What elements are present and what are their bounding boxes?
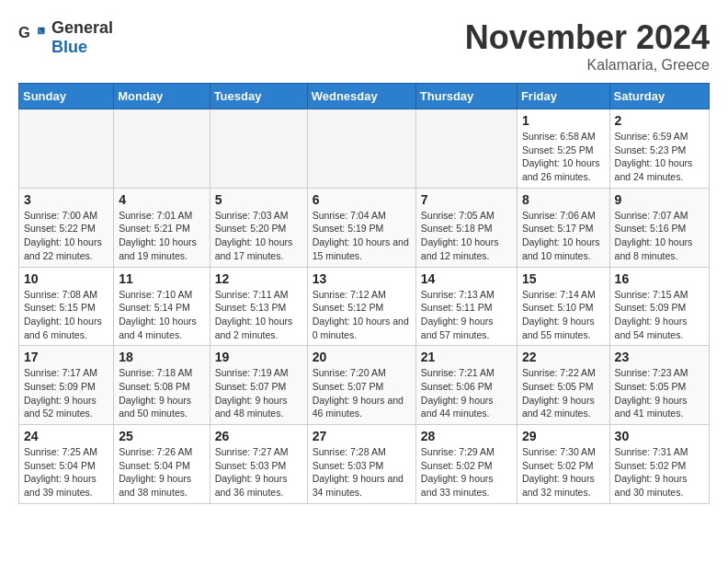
day-info: Sunrise: 7:25 AM Sunset: 5:04 PM Dayligh…	[24, 445, 108, 500]
calendar-week-1: 1 Sunrise: 6:58 AM Sunset: 5:25 PM Dayli…	[19, 109, 710, 189]
calendar-cell: 12 Sunrise: 7:11 AM Sunset: 5:13 PM Dayl…	[210, 267, 307, 346]
calendar-cell: 21 Sunrise: 7:21 AM Sunset: 5:06 PM Dayl…	[415, 346, 517, 425]
day-number: 4	[119, 192, 204, 207]
month-title: November 2024	[465, 18, 710, 57]
day-info: Sunrise: 7:14 AM Sunset: 5:10 PM Dayligh…	[522, 288, 605, 342]
calendar-cell: 8 Sunrise: 7:06 AM Sunset: 5:17 PM Dayli…	[517, 188, 609, 267]
day-number: 5	[215, 192, 302, 207]
calendar-cell: 9 Sunrise: 7:07 AM Sunset: 5:16 PM Dayli…	[609, 188, 709, 267]
calendar-cell: 24 Sunrise: 7:25 AM Sunset: 5:04 PM Dayl…	[19, 425, 114, 504]
day-number: 27	[313, 429, 411, 443]
calendar-cell: 18 Sunrise: 7:18 AM Sunset: 5:08 PM Dayl…	[114, 346, 210, 425]
day-number: 30	[615, 429, 704, 443]
day-info: Sunrise: 6:58 AM Sunset: 5:25 PM Dayligh…	[522, 130, 605, 184]
calendar-cell: 30 Sunrise: 7:31 AM Sunset: 5:02 PM Dayl…	[609, 425, 709, 504]
day-info: Sunrise: 7:01 AM Sunset: 5:21 PM Dayligh…	[119, 209, 204, 263]
calendar-cell	[114, 109, 210, 189]
calendar-cell: 6 Sunrise: 7:04 AM Sunset: 5:19 PM Dayli…	[307, 188, 415, 267]
day-number: 28	[421, 429, 512, 443]
calendar-cell: 7 Sunrise: 7:05 AM Sunset: 5:18 PM Dayli…	[415, 188, 517, 267]
calendar-cell	[210, 109, 307, 189]
day-info: Sunrise: 7:17 AM Sunset: 5:09 PM Dayligh…	[24, 366, 108, 420]
weekday-header-tuesday: Tuesday	[210, 84, 307, 109]
weekday-header-friday: Friday	[517, 84, 609, 109]
calendar-cell: 5 Sunrise: 7:03 AM Sunset: 5:20 PM Dayli…	[210, 188, 307, 267]
day-number: 14	[421, 271, 512, 286]
day-info: Sunrise: 7:07 AM Sunset: 5:16 PM Dayligh…	[615, 209, 704, 263]
calendar-cell: 15 Sunrise: 7:14 AM Sunset: 5:10 PM Dayl…	[517, 267, 609, 346]
day-info: Sunrise: 7:23 AM Sunset: 5:05 PM Dayligh…	[615, 366, 704, 420]
day-info: Sunrise: 7:19 AM Sunset: 5:07 PM Dayligh…	[215, 366, 302, 420]
day-number: 20	[313, 350, 411, 364]
day-number: 12	[215, 271, 302, 286]
calendar-cell: 25 Sunrise: 7:26 AM Sunset: 5:04 PM Dayl…	[114, 425, 210, 504]
calendar-cell	[307, 109, 415, 189]
day-info: Sunrise: 7:31 AM Sunset: 5:02 PM Dayligh…	[615, 445, 704, 500]
day-number: 23	[615, 350, 704, 364]
day-info: Sunrise: 7:30 AM Sunset: 5:02 PM Dayligh…	[522, 445, 605, 500]
day-info: Sunrise: 7:08 AM Sunset: 5:15 PM Dayligh…	[24, 288, 108, 342]
day-info: Sunrise: 7:15 AM Sunset: 5:09 PM Dayligh…	[615, 288, 704, 342]
calendar-cell: 4 Sunrise: 7:01 AM Sunset: 5:21 PM Dayli…	[114, 188, 210, 267]
day-number: 26	[215, 429, 302, 443]
calendar-cell: 20 Sunrise: 7:20 AM Sunset: 5:07 PM Dayl…	[307, 346, 415, 425]
calendar-cell: 19 Sunrise: 7:19 AM Sunset: 5:07 PM Dayl…	[210, 346, 307, 425]
day-number: 7	[421, 192, 512, 207]
day-number: 2	[615, 113, 704, 128]
day-info: Sunrise: 7:27 AM Sunset: 5:03 PM Dayligh…	[215, 445, 302, 500]
weekday-header-thursday: Thursday	[415, 84, 517, 109]
calendar-cell: 26 Sunrise: 7:27 AM Sunset: 5:03 PM Dayl…	[210, 425, 307, 504]
day-number: 18	[119, 350, 204, 364]
day-number: 15	[522, 271, 605, 286]
logo-icon: G	[18, 24, 46, 52]
day-number: 10	[24, 271, 108, 286]
day-info: Sunrise: 7:26 AM Sunset: 5:04 PM Dayligh…	[119, 445, 204, 500]
page-header: G General Blue November 2024 Kalamaria, …	[18, 18, 710, 74]
calendar-week-2: 3 Sunrise: 7:00 AM Sunset: 5:22 PM Dayli…	[19, 188, 710, 267]
day-number: 3	[24, 192, 108, 207]
calendar-cell: 29 Sunrise: 7:30 AM Sunset: 5:02 PM Dayl…	[517, 425, 609, 504]
calendar-cell	[19, 109, 114, 189]
calendar-cell: 28 Sunrise: 7:29 AM Sunset: 5:02 PM Dayl…	[415, 425, 517, 504]
day-number: 17	[24, 350, 108, 364]
calendar-cell: 11 Sunrise: 7:10 AM Sunset: 5:14 PM Dayl…	[114, 267, 210, 346]
calendar-cell: 14 Sunrise: 7:13 AM Sunset: 5:11 PM Dayl…	[415, 267, 517, 346]
calendar-cell: 1 Sunrise: 6:58 AM Sunset: 5:25 PM Dayli…	[517, 109, 609, 189]
day-info: Sunrise: 7:03 AM Sunset: 5:20 PM Dayligh…	[215, 209, 302, 263]
day-info: Sunrise: 7:29 AM Sunset: 5:02 PM Dayligh…	[421, 445, 512, 500]
day-info: Sunrise: 7:22 AM Sunset: 5:05 PM Dayligh…	[522, 366, 605, 420]
day-number: 22	[522, 350, 605, 364]
day-info: Sunrise: 7:05 AM Sunset: 5:18 PM Dayligh…	[421, 209, 512, 263]
title-section: November 2024 Kalamaria, Greece	[465, 18, 710, 74]
location-subtitle: Kalamaria, Greece	[465, 57, 710, 74]
day-number: 19	[215, 350, 302, 364]
day-number: 25	[119, 429, 204, 443]
day-info: Sunrise: 7:04 AM Sunset: 5:19 PM Dayligh…	[313, 209, 411, 263]
calendar-table: SundayMondayTuesdayWednesdayThursdayFrid…	[18, 83, 710, 504]
calendar-cell: 16 Sunrise: 7:15 AM Sunset: 5:09 PM Dayl…	[609, 267, 709, 346]
day-number: 21	[421, 350, 512, 364]
day-info: Sunrise: 7:21 AM Sunset: 5:06 PM Dayligh…	[421, 366, 512, 420]
calendar-week-4: 17 Sunrise: 7:17 AM Sunset: 5:09 PM Dayl…	[19, 346, 710, 425]
day-number: 29	[522, 429, 605, 443]
calendar-cell: 2 Sunrise: 6:59 AM Sunset: 5:23 PM Dayli…	[609, 109, 709, 189]
calendar-cell	[415, 109, 517, 189]
calendar-cell: 27 Sunrise: 7:28 AM Sunset: 5:03 PM Dayl…	[307, 425, 415, 504]
calendar-cell: 10 Sunrise: 7:08 AM Sunset: 5:15 PM Dayl…	[19, 267, 114, 346]
calendar-week-3: 10 Sunrise: 7:08 AM Sunset: 5:15 PM Dayl…	[19, 267, 710, 346]
day-info: Sunrise: 7:06 AM Sunset: 5:17 PM Dayligh…	[522, 209, 605, 263]
weekday-header-sunday: Sunday	[19, 84, 114, 109]
svg-text:G: G	[18, 24, 30, 40]
calendar-cell: 17 Sunrise: 7:17 AM Sunset: 5:09 PM Dayl…	[19, 346, 114, 425]
day-info: Sunrise: 7:11 AM Sunset: 5:13 PM Dayligh…	[215, 288, 302, 342]
calendar-header-row: SundayMondayTuesdayWednesdayThursdayFrid…	[19, 84, 710, 109]
day-number: 9	[615, 192, 704, 207]
day-number: 8	[522, 192, 605, 207]
weekday-header-monday: Monday	[114, 84, 210, 109]
calendar-cell: 13 Sunrise: 7:12 AM Sunset: 5:12 PM Dayl…	[307, 267, 415, 346]
day-number: 1	[522, 113, 605, 128]
logo-general-text: General	[51, 18, 113, 37]
day-number: 6	[313, 192, 411, 207]
logo-blue-text: Blue	[51, 38, 87, 56]
calendar-cell: 23 Sunrise: 7:23 AM Sunset: 5:05 PM Dayl…	[609, 346, 709, 425]
